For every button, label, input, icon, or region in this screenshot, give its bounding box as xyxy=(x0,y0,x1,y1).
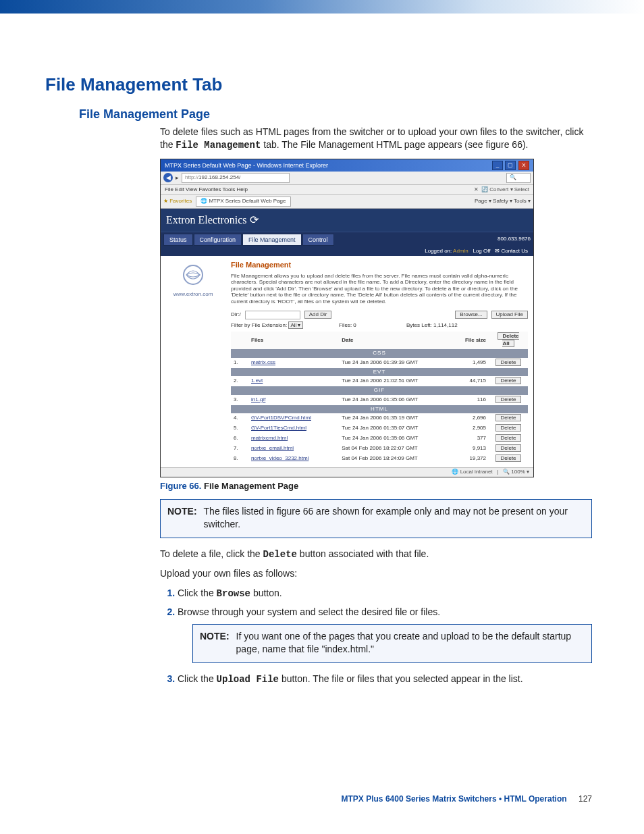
delete-button[interactable]: Delete xyxy=(495,414,520,421)
extron-banner: Extron Electronics ⟳ xyxy=(161,209,533,232)
files-count: 0 xyxy=(353,322,356,328)
tab-configuration[interactable]: Configuration xyxy=(194,234,242,246)
footer-book-title: MTPX Plus 6400 Series Matrix Switchers •… xyxy=(342,794,567,804)
delete-button[interactable]: Delete xyxy=(495,359,520,366)
page-container: File Management Tab File Management Page… xyxy=(18,14,626,817)
address-input[interactable]: http://192.168.254.254/ xyxy=(182,173,290,183)
phone-number: 800.633.9876 xyxy=(498,236,531,243)
filter-select[interactable]: All ▾ xyxy=(288,321,302,329)
col-date: Date xyxy=(339,332,452,349)
close-icon[interactable]: X xyxy=(518,161,529,170)
h2-file-management-page: File Management Page xyxy=(79,107,592,122)
bytes-left: 1,114,112 xyxy=(433,322,458,328)
browse-button[interactable]: Browse... xyxy=(455,311,487,319)
file-link[interactable]: in1.gif xyxy=(251,396,265,402)
window-titlebar: MTPX Series Default Web Page - Windows I… xyxy=(161,159,533,172)
delete-button[interactable]: Delete xyxy=(495,396,520,403)
group-html: HTML xyxy=(231,405,528,414)
figure-caption: Figure 66. File Management Page xyxy=(160,480,592,492)
note-text: If you want one of the pages that you cr… xyxy=(236,630,585,656)
files-table: Files Date File size Delete All CSS 1.ma… xyxy=(231,332,528,463)
maximize-icon[interactable]: ▢ xyxy=(505,161,516,170)
nav-back-icon[interactable]: ◀ xyxy=(163,173,173,182)
table-row: 8.nortxe_video_3232.htmlSat 04 Feb 2006 … xyxy=(231,454,528,464)
step-2: Browse through your system and select th… xyxy=(178,606,592,663)
table-row: 7.nortxe_email.htmlSat 04 Feb 2006 18:22… xyxy=(231,444,528,454)
dir-input[interactable] xyxy=(245,311,300,319)
file-link[interactable]: nortxe_video_3232.html xyxy=(251,455,308,461)
nav-fwd-icon[interactable]: ▸ xyxy=(176,174,179,182)
fm-description: File Management allows you to upload and… xyxy=(231,273,528,305)
fm-heading: File Management xyxy=(231,260,528,270)
figure-label: Figure 66. xyxy=(160,481,201,491)
group-evt: EVT xyxy=(231,368,528,377)
tab-status[interactable]: Status xyxy=(163,234,193,246)
fm-main-panel: File Management File Management allows y… xyxy=(225,256,533,468)
browser-statusbar: 🌐 Local intranet | 🔍 100% ▾ xyxy=(161,467,533,477)
table-row: 1.matrix.cssTue 24 Jan 2006 01:39:39 GMT… xyxy=(231,358,528,368)
menu-bar[interactable]: File Edit View Favorites Tools Help ✕ 🔄 … xyxy=(161,185,533,196)
file-link[interactable]: nortxe_email.html xyxy=(251,445,294,451)
note-text: The files listed in figure 66 are shown … xyxy=(204,505,585,531)
delete-button[interactable]: Delete xyxy=(495,377,520,384)
delete-all-button[interactable]: Delete All xyxy=(498,332,518,347)
address-bar-row: ◀ ▸ http://192.168.254.254/ 🔍 xyxy=(161,172,533,185)
file-link[interactable]: matrix.css xyxy=(251,359,275,365)
browser-tools[interactable]: Page ▾ Safety ▾ Tools ▾ xyxy=(475,198,531,205)
note-label: NOTE: xyxy=(200,630,230,656)
step-1: Click the Browse button. xyxy=(178,587,592,600)
logged-user: Admin xyxy=(453,248,468,254)
browser-tab-row: ★ Favorites 🌐 MTPX Series Default Web Pa… xyxy=(161,195,533,209)
delete-button[interactable]: Delete xyxy=(495,434,520,442)
col-size: File size xyxy=(452,332,489,349)
group-css: CSS xyxy=(231,349,528,358)
window-buttons: _ ▢ X xyxy=(491,161,529,170)
logoff-link[interactable]: Log Off xyxy=(473,248,490,254)
file-link[interactable]: matrixcmd.html xyxy=(251,435,288,441)
table-row: 2.1.evtTue 24 Jan 2006 21:02:51 GMT44,71… xyxy=(231,376,528,386)
footer-page-number: 127 xyxy=(579,794,592,804)
search-box[interactable]: 🔍 xyxy=(506,173,531,183)
intro-1c: tab. The File Management HTML page appea… xyxy=(263,139,528,150)
h1-file-management-tab: File Management Tab xyxy=(45,74,592,95)
delete-instruction: To delete a file, click the Delete butto… xyxy=(160,548,592,561)
upload-steps: Click the Browse button. Browse through … xyxy=(160,587,592,685)
note-box-2: NOTE: If you want one of the pages that … xyxy=(192,624,592,663)
table-row: 3.in1.gifTue 24 Jan 2006 01:35:06 GMT116… xyxy=(231,395,528,405)
file-link[interactable]: GV-Port1TiesCmd.html xyxy=(251,425,306,431)
screenshot-figure-66: MTPX Series Default Web Page - Windows I… xyxy=(160,159,534,477)
intro-tab-name: File Management xyxy=(176,140,261,151)
tab-control[interactable]: Control xyxy=(302,234,334,246)
window-title: MTPX Series Default Web Page - Windows I… xyxy=(165,161,328,170)
group-gif: GIF xyxy=(231,386,528,395)
login-row: Logged on: Admin Log Off ✉ Contact Us xyxy=(161,247,533,256)
upload-file-button[interactable]: Upload File xyxy=(491,311,528,319)
file-link[interactable]: 1.evt xyxy=(251,377,263,384)
table-row: 6.matrixcmd.htmlTue 24 Jan 2006 01:35:06… xyxy=(231,434,528,444)
top-gradient-bar xyxy=(0,0,644,14)
delete-button[interactable]: Delete xyxy=(495,424,520,432)
tab-file-management[interactable]: File Management xyxy=(242,234,302,246)
favorites-label[interactable]: ★ Favorites xyxy=(163,198,192,205)
col-files: Files xyxy=(248,332,339,349)
file-link[interactable]: GV-Port1DSVPCmd.html xyxy=(251,415,311,421)
intro-paragraph: To delete files such as HTML pages from … xyxy=(160,126,592,152)
browser-tab[interactable]: 🌐 MTPX Series Default Web Page xyxy=(196,197,290,207)
delete-button[interactable]: Delete xyxy=(495,454,520,462)
step-3: Click the Upload File button. The file o… xyxy=(178,673,592,686)
side-link[interactable]: www.extron.com xyxy=(173,291,213,297)
minimize-icon[interactable]: _ xyxy=(492,161,503,170)
dir-label: Dir:/ xyxy=(231,311,241,319)
contact-link[interactable]: Contact Us xyxy=(501,248,528,254)
upload-lead-in: Upload your own files as follows: xyxy=(160,567,592,580)
table-row: 4.GV-Port1DSVPCmd.htmlTue 24 Jan 2006 01… xyxy=(231,413,528,423)
figure-title: File Management Page xyxy=(204,481,298,491)
sidebar: www.extron.com xyxy=(161,256,225,468)
add-dir-button[interactable]: Add Dir xyxy=(304,311,332,319)
app-nav-tabs: Status Configuration File Management Con… xyxy=(161,232,533,247)
delete-button[interactable]: Delete xyxy=(495,444,520,452)
note-box-1: NOTE: The files listed in figure 66 are … xyxy=(160,499,592,538)
page-footer: MTPX Plus 6400 Series Matrix Switchers •… xyxy=(45,794,592,804)
table-row: 5.GV-Port1TiesCmd.htmlTue 24 Jan 2006 01… xyxy=(231,423,528,434)
extron-logo-icon xyxy=(180,261,207,288)
